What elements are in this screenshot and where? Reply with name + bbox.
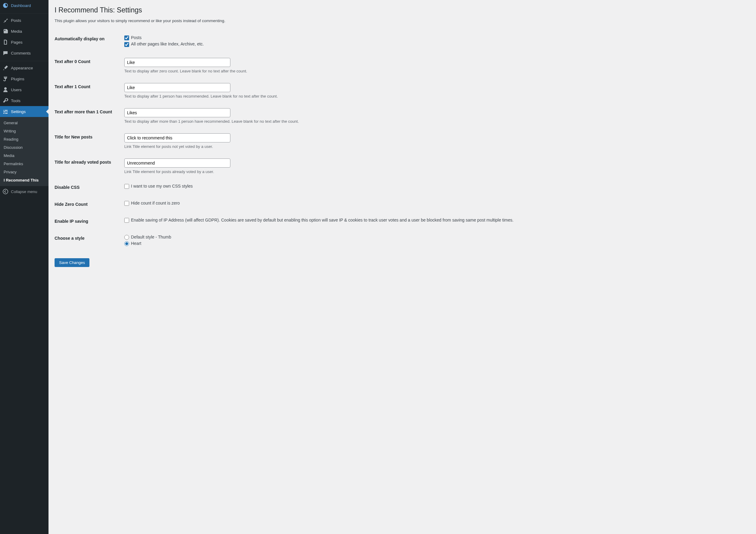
input-title-voted[interactable]	[124, 158, 230, 168]
sidebar-label: Tools	[11, 98, 46, 103]
settings-submenu: General Writing Reading Discussion Media…	[0, 117, 48, 186]
collapse-label: Collapse menu	[11, 189, 37, 194]
checkbox-hide-zero[interactable]	[124, 201, 129, 206]
desc-title-new: Link Title element for posts not yet vot…	[124, 144, 747, 149]
checkbox-label: All other pages like Index, Archive, etc…	[131, 41, 204, 46]
pages-icon	[2, 39, 9, 45]
radio-label: Default style - Thumb	[131, 235, 171, 239]
checkbox-other[interactable]	[124, 42, 129, 47]
sidebar-label: Posts	[11, 18, 46, 23]
submenu-permalinks[interactable]: Permalinks	[0, 160, 48, 168]
label-one: Text after 1 Count	[55, 78, 121, 103]
radio-label: Heart	[131, 241, 141, 246]
plug-icon	[2, 76, 9, 82]
checkbox-row-enable-ip[interactable]: Enable saving of IP Address (will affect…	[124, 218, 747, 223]
submenu-irecommendthis[interactable]: I Recommend This	[0, 176, 48, 184]
sidebar-item-appearance[interactable]: Appearance	[0, 63, 48, 73]
page-title: I Recommend This: Settings	[55, 6, 750, 14]
desc-zero: Text to display after zero count. Leave …	[124, 69, 747, 73]
sidebar-item-settings[interactable]: Settings	[0, 106, 48, 117]
sidebar-item-media[interactable]: Media	[0, 26, 48, 37]
sidebar-label: Users	[11, 88, 46, 92]
checkbox-label: Posts	[131, 35, 142, 40]
input-more[interactable]	[124, 108, 230, 117]
sidebar-item-posts[interactable]: Posts	[0, 15, 48, 26]
checkbox-enable-ip[interactable]	[124, 218, 129, 223]
sidebar-item-plugins[interactable]: Plugins	[0, 73, 48, 84]
sidebar-label: Pages	[11, 40, 46, 44]
label-title-new: Title for New posts	[55, 128, 121, 154]
collapse-menu[interactable]: Collapse menu	[0, 186, 48, 197]
submenu-media[interactable]: Media	[0, 151, 48, 160]
checkbox-label: Enable saving of IP Address (will affect…	[131, 218, 514, 223]
radio-row-thumb[interactable]: Default style - Thumb	[124, 235, 747, 240]
checkbox-label: I want to use my own CSS styles	[131, 184, 193, 189]
submenu-general[interactable]: General	[0, 119, 48, 127]
sidebar-label: Dashboard	[11, 3, 46, 8]
checkbox-row-hide-zero[interactable]: Hide count if count is zero	[124, 200, 747, 206]
sidebar-label: Media	[11, 29, 46, 34]
label-enable-ip: Enable IP saving	[55, 213, 121, 230]
sidebar-item-tools[interactable]: Tools	[0, 95, 48, 106]
label-zero: Text after 0 Count	[55, 53, 121, 78]
submenu-discussion[interactable]: Discussion	[0, 143, 48, 151]
comments-icon	[2, 50, 9, 56]
radio-heart[interactable]	[124, 241, 129, 246]
wrench-icon	[2, 97, 9, 104]
label-hide-zero: Hide Zero Count	[55, 196, 121, 213]
submenu-writing[interactable]: Writing	[0, 127, 48, 135]
sidebar-label: Appearance	[11, 66, 46, 70]
label-style: Choose a style	[55, 230, 121, 253]
sidebar-label: Settings	[11, 109, 46, 114]
sidebar-item-pages[interactable]: Pages	[0, 37, 48, 48]
sidebar-item-users[interactable]: Users	[0, 84, 48, 95]
label-more: Text after more than 1 Count	[55, 103, 121, 128]
input-zero[interactable]	[124, 58, 230, 67]
pin-icon	[2, 17, 9, 23]
user-icon	[2, 87, 9, 93]
desc-more: Text to display after more than 1 person…	[124, 119, 747, 124]
brush-icon	[2, 65, 9, 71]
radio-row-heart[interactable]: Heart	[124, 241, 747, 246]
checkbox-row-posts[interactable]: Posts	[124, 35, 747, 40]
save-button[interactable]: Save Changes	[55, 258, 90, 267]
label-auto-display: Automatically display on	[55, 30, 121, 53]
collapse-icon	[2, 189, 9, 195]
sidebar-item-comments[interactable]: Comments	[0, 48, 48, 59]
sliders-icon	[2, 109, 9, 115]
svg-point-0	[3, 189, 8, 194]
submenu-privacy[interactable]: Privacy	[0, 168, 48, 176]
sidebar-item-dashboard[interactable]: Dashboard	[0, 0, 48, 11]
input-one[interactable]	[124, 83, 230, 92]
label-disable-css: Disable CSS	[55, 179, 121, 196]
checkbox-row-other[interactable]: All other pages like Index, Archive, etc…	[124, 41, 747, 47]
checkbox-label: Hide count if count is zero	[131, 200, 180, 205]
dashboard-icon	[2, 2, 9, 9]
sidebar-label: Plugins	[11, 77, 46, 81]
admin-sidebar: Dashboard Posts Media Pages Comments App…	[0, 0, 48, 534]
sidebar-label: Comments	[11, 51, 46, 55]
checkbox-posts[interactable]	[124, 36, 129, 40]
desc-title-voted: Link Title element for posts already vot…	[124, 170, 747, 174]
label-title-voted: Title for already voted posts	[55, 154, 121, 179]
desc-one: Text to display after 1 person has recom…	[124, 94, 747, 98]
checkbox-row-disable-css[interactable]: I want to use my own CSS styles	[124, 184, 747, 189]
submenu-reading[interactable]: Reading	[0, 135, 48, 143]
media-icon	[2, 28, 9, 34]
radio-thumb[interactable]	[124, 235, 129, 240]
input-title-new[interactable]	[124, 133, 230, 143]
main-content: I Recommend This: Settings This plugin a…	[48, 0, 756, 534]
page-intro: This plugin allows your visitors to simp…	[55, 18, 750, 23]
checkbox-disable-css[interactable]	[124, 184, 129, 189]
